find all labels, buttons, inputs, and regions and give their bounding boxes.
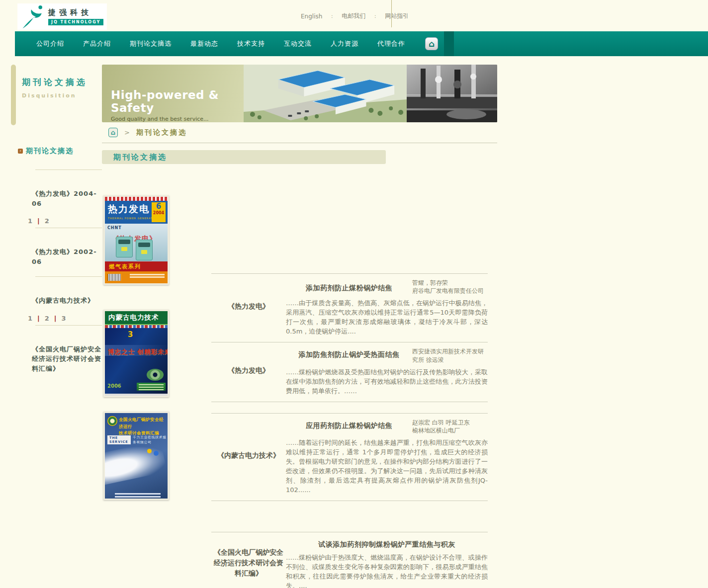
nav-seam-decoration bbox=[444, 31, 454, 56]
page-link-2[interactable]: 2 bbox=[45, 217, 49, 225]
author-line: 赵崇宏 白羽 呼延卫东 bbox=[412, 419, 488, 426]
banner-factory-image bbox=[244, 65, 407, 122]
article-abstract: ……由于煤质含炭量高、热值高、灰熔点低，在锅炉运行中极易结焦，采用蒸汽、压缩空气… bbox=[286, 298, 488, 336]
banner-subline: Good quality and the best service... bbox=[111, 116, 244, 122]
cover-issue-number: 3 bbox=[128, 330, 133, 339]
article-title[interactable]: 试谈添加药剂抑制煤粉锅炉严重结焦与积灰 bbox=[286, 535, 488, 549]
cover-issue-number: 6 bbox=[152, 202, 166, 211]
banner-slogan-panel: High-powered & Safety Good quality and t… bbox=[102, 65, 244, 122]
page-link-2[interactable]: 2 bbox=[45, 315, 49, 322]
page-link-3[interactable]: 3 bbox=[62, 315, 66, 322]
nav-item-news[interactable]: 最新动态 bbox=[190, 39, 218, 48]
nav-item-tech-support[interactable]: 技术支持 bbox=[237, 39, 265, 48]
cover-year: 2006 bbox=[107, 383, 121, 389]
link-site-guide[interactable]: 网站指引 bbox=[385, 12, 409, 20]
worker-helmet-yellow bbox=[147, 449, 152, 453]
article-authors: 西安捷强实用新技术开发研究所 徐远浚 bbox=[412, 345, 488, 363]
cover-photo-area: CHNT 《热力发电》 bbox=[105, 224, 168, 261]
article-abstract: ……煤粉锅炉由于热强度大、燃烧温度高，在锅炉设计不合理、或操作不到位、或煤质发生… bbox=[286, 553, 488, 588]
sidebar-journal-link[interactable]: 《热力发电》2002-06 bbox=[32, 247, 102, 266]
section-title: 期刊论文摘选 bbox=[113, 153, 167, 162]
logo-en-text: JQ TECHNOLOGY bbox=[48, 19, 103, 25]
article-entry-4: 《全国火电厂锅炉安全经济运行技术研讨会资料汇编》 试谈添加药剂抑制煤粉锅炉严重结… bbox=[211, 532, 488, 588]
article-title[interactable]: 添加防焦剂防止锅炉受热面结焦 bbox=[286, 345, 412, 363]
main-nav: 公司介绍 产品介绍 期刊论文摘选 最新动态 技术支持 互动交流 人力资源 代理合… bbox=[15, 31, 708, 56]
service-label: THE SERVICE bbox=[107, 435, 131, 444]
journal-name: 《热力发电》 bbox=[211, 277, 286, 336]
entry-head: 应用药剂防止煤粉锅炉结焦 赵崇宏 白羽 呼延卫东 榆林地区横山电厂 bbox=[286, 417, 488, 434]
cover-issue-year: 2004 bbox=[152, 211, 166, 215]
breadcrumb: ⌂ > 期刊论文摘选 bbox=[102, 122, 497, 143]
entry-body: 应用药剂防止煤粉锅炉结焦 赵崇宏 白羽 呼延卫东 榆林地区横山电厂 ……随着运行… bbox=[286, 417, 488, 495]
nav-item-disquisition[interactable]: 期刊论文摘选 bbox=[130, 39, 172, 48]
link-separator: ： bbox=[329, 12, 335, 20]
company-logo[interactable]: 捷强科技 JQ TECHNOLOGY bbox=[17, 3, 107, 30]
sidebar-group-rlfd-2002: 《热力发电》2002-06 bbox=[18, 247, 102, 266]
sidebar-group-huibian: 《全国火电厂锅炉安全经济运行技术研讨会资料汇编》 bbox=[18, 344, 102, 374]
breadcrumb-current[interactable]: 期刊论文摘选 bbox=[136, 128, 187, 137]
article-entry-3: 《内蒙古电力技术》 应用药剂防止煤粉锅炉结焦 赵崇宏 白羽 呼延卫东 榆林地区横… bbox=[211, 413, 488, 501]
article-entry-2: 《热力发电》 添加防焦剂防止锅炉受热面结焦 西安捷强实用新技术开发研究所 徐远浚… bbox=[211, 342, 488, 402]
sidebar-item-disquisition[interactable]: › 期刊论文摘选 bbox=[18, 147, 102, 156]
sidebar-title: 期刊论文摘选 bbox=[22, 77, 102, 88]
sidebar-journal-link[interactable]: 《全国火电厂锅炉安全经济运行技术研讨会资料汇编》 bbox=[32, 344, 101, 374]
sidebar-group-rlfd-2004: 《热力发电》2004-06 1 | 2 bbox=[18, 189, 102, 225]
cover-footer-bars bbox=[137, 383, 166, 391]
entry-head: 添加防焦剂防止锅炉受热面结焦 西安捷强实用新技术开发研究所 徐远浚 bbox=[286, 345, 488, 363]
spacer bbox=[211, 501, 488, 532]
journal-cover-proceedings: 全国火电厂锅炉安全经济运行 技术研讨会资料汇编 THE SERVICE 千力工业… bbox=[103, 412, 169, 500]
sidebar-journal-link[interactable]: 《热力发电》2004-06 bbox=[32, 189, 102, 208]
home-icon[interactable]: ⌂ bbox=[425, 37, 438, 50]
logo-swoosh-icon bbox=[20, 4, 46, 29]
article-title[interactable]: 应用药剂防止煤粉锅炉结焦 bbox=[286, 417, 412, 434]
entry-body: 添加防焦剂防止锅炉受热面结焦 西安捷强实用新技术开发研究所 徐远浚 ……煤粉锅炉… bbox=[286, 345, 488, 395]
header-divider bbox=[391, 0, 392, 27]
sidebar-page-links: 1 | 2 | 3 bbox=[28, 315, 102, 322]
cover-issue-box: 6 2004 bbox=[152, 202, 166, 222]
content-area: 期刊论文摘选 Disquisition › 期刊论文摘选 《热力发电》2004-… bbox=[11, 65, 497, 588]
journal-name: 《全国火电厂锅炉安全经济运行技术研讨会资料汇编》 bbox=[211, 535, 286, 588]
sidebar-accent-bar bbox=[11, 65, 16, 125]
banner-headline: High-powered & Safety bbox=[111, 88, 244, 114]
banner-pipes-image bbox=[407, 65, 497, 122]
nav-item-products[interactable]: 产品介绍 bbox=[83, 39, 111, 48]
cover-title: 内蒙古电力技术 bbox=[108, 313, 159, 322]
gas-meter-illustration bbox=[116, 237, 133, 257]
page-link-1[interactable]: 1 bbox=[28, 315, 32, 322]
main-column: High-powered & Safety Good quality and t… bbox=[102, 65, 497, 588]
link-email-us[interactable]: 电邮我们 bbox=[342, 12, 365, 20]
journal-name: 《内蒙古电力技术》 bbox=[211, 417, 286, 495]
author-line: 榆林地区横山电厂 bbox=[412, 426, 488, 434]
cover-slogan: 博志之士 创精彩未来 bbox=[108, 348, 169, 356]
nav-item-agency[interactable]: 代理合作 bbox=[377, 39, 405, 48]
breadcrumb-home-icon[interactable]: ⌂ bbox=[108, 128, 118, 137]
link-english[interactable]: English bbox=[301, 13, 322, 20]
cover-title-line1: 全国火电厂锅炉安全经济运行 bbox=[119, 417, 168, 430]
page-separator: | bbox=[37, 315, 40, 322]
emblem-icon bbox=[107, 416, 117, 426]
cover-photo-area: 3 博志之士 创精彩未来 2006 bbox=[105, 328, 168, 394]
page-link-1[interactable]: 1 bbox=[28, 217, 32, 225]
cover-masthead: 内蒙古电力技术 bbox=[105, 311, 168, 325]
journal-cover-thermal-power-2004: 热力发电 THERMAL POWER GENERATION 6 2004 CHN… bbox=[103, 195, 169, 285]
nav-item-hr[interactable]: 人力资源 bbox=[331, 39, 358, 48]
sidebar-journal-link[interactable]: 《内蒙古电力技术》 bbox=[32, 296, 102, 306]
page-separator: | bbox=[54, 315, 57, 322]
cover-brand-logo: CHNT bbox=[107, 226, 122, 230]
article-authors: 菅耀，郭存荣 府谷电厂发电有限责任公司 bbox=[412, 277, 488, 295]
cover-title: 全国火电厂锅炉安全经济运行 技术研讨会资料汇编 bbox=[119, 417, 168, 437]
cover-series-band: 燃气表系列 bbox=[105, 261, 168, 271]
article-authors: 赵崇宏 白羽 呼延卫东 榆林地区横山电厂 bbox=[412, 417, 488, 434]
article-title[interactable]: 添加药剂防止煤粉锅炉结焦 bbox=[286, 277, 412, 295]
breadcrumb-separator: > bbox=[124, 129, 130, 136]
sidebar: 期刊论文摘选 Disquisition › 期刊论文摘选 《热力发电》2004-… bbox=[11, 65, 102, 588]
author-line: 府谷电厂发电有限责任公司 bbox=[412, 287, 488, 295]
journal-cover-neimenggu: 内蒙古电力技术 3 博志之士 创精彩未来 2006 bbox=[103, 310, 169, 397]
page-header: 捷强科技 JQ TECHNOLOGY English ： 电邮我们 ： 网站指引 bbox=[0, 0, 708, 31]
nav-item-interaction[interactable]: 互动交流 bbox=[284, 39, 312, 48]
article-list: 热力发电 THERMAL POWER GENERATION 6 2004 CHN… bbox=[102, 185, 497, 588]
entry-body: 添加药剂防止煤粉锅炉结焦 菅耀，郭存荣 府谷电厂发电有限责任公司 ……由于煤质含… bbox=[286, 277, 488, 336]
entries-column: 《热力发电》 添加药剂防止煤粉锅炉结焦 菅耀，郭存荣 府谷电厂发电有限责任公司 … bbox=[211, 273, 488, 588]
entry-head: 添加药剂防止煤粉锅炉结焦 菅耀，郭存荣 府谷电厂发电有限责任公司 bbox=[286, 277, 488, 295]
nav-item-company[interactable]: 公司介绍 bbox=[36, 39, 64, 48]
